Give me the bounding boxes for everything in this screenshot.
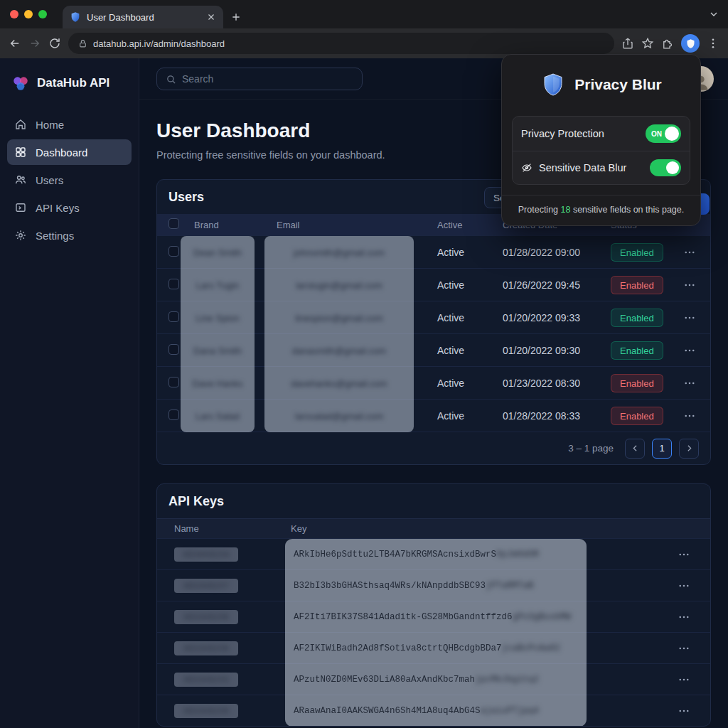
browser-tab[interactable]: User Dashboard — [63, 6, 223, 28]
api-key-row: MDGKB208 AF2IKIWiBadh2Ad8fSotiva8ctrtQHB… — [157, 632, 710, 663]
bookmark-star-icon[interactable] — [641, 37, 654, 50]
row-checkbox[interactable] — [168, 246, 179, 257]
maximize-window-button[interactable] — [38, 10, 47, 18]
row-menu-icon[interactable] — [678, 673, 690, 686]
row-checkbox[interactable] — [168, 279, 179, 289]
blurred-key-name: MDGKB203 — [174, 673, 238, 687]
close-window-button[interactable] — [10, 10, 18, 18]
sidebar-item-home[interactable]: Home — [7, 112, 132, 137]
privacy-protection-toggle[interactable]: ON — [646, 124, 681, 143]
sidebar: DataHub API Home Dashboard Users API Key… — [0, 58, 139, 728]
blurred-name-cell: Dave Hanks — [181, 367, 255, 400]
popup-title: Privacy Blur — [574, 76, 662, 93]
api-keys-icon — [14, 201, 27, 214]
blurred-email-cell: johnsmith@gmail.com — [264, 236, 414, 269]
row-menu-icon[interactable] — [678, 579, 690, 592]
column-header-name: Name — [174, 523, 291, 534]
row-menu-icon[interactable] — [683, 344, 696, 357]
api-keys-table-header: Name Key — [157, 518, 710, 538]
sidebar-item-dashboard[interactable]: Dashboard — [7, 139, 132, 165]
select-all-checkbox[interactable] — [168, 218, 179, 229]
tab-close-icon[interactable] — [206, 12, 216, 22]
popup-footer: Protecting 18 sensitive fields on this p… — [502, 195, 700, 225]
sidebar-item-label: Users — [36, 174, 63, 186]
share-icon[interactable] — [621, 37, 634, 50]
blurred-api-key: AF2IKIWiBadh2Ad8fSotiva8ctrtQHBcdgbBDa7j… — [285, 633, 587, 664]
api-key-row: MDGKB203 APzutN0ZD0MEv63DLiA80aAxAndKbc7… — [157, 663, 710, 695]
url-text: datahub.api.iv/admin/dashboard — [93, 38, 225, 49]
privacy-protection-label: Privacy Protection — [521, 128, 639, 139]
active-cell: Active — [437, 345, 503, 356]
search-input[interactable] — [182, 73, 353, 85]
shield-icon — [540, 72, 566, 97]
new-tab-button[interactable] — [230, 11, 242, 23]
forward-icon[interactable] — [28, 37, 41, 50]
row-menu-icon[interactable] — [683, 279, 696, 291]
table-row: Dean Smith johnsmith@gmail.com Active 01… — [157, 235, 710, 268]
blurred-name-cell: Dana Smith — [181, 334, 255, 367]
popup-settings-panel: Privacy Protection ON Sensitive Data Blu… — [512, 116, 690, 185]
back-icon[interactable] — [9, 37, 21, 50]
privacy-blur-popup: Privacy Blur Privacy Protection ON Sensi… — [501, 54, 701, 226]
tab-search-chevron-icon[interactable] — [708, 9, 719, 20]
privacy-blur-extension-icon[interactable] — [681, 34, 700, 53]
toggle-on-label: ON — [651, 130, 662, 138]
row-checkbox[interactable] — [168, 410, 179, 420]
minimize-window-button[interactable] — [24, 10, 33, 18]
sidebar-item-api-keys[interactable]: API Keys — [7, 195, 132, 220]
sensitive-data-blur-row: Sensitive Data Blur — [513, 151, 690, 184]
address-bar[interactable]: datahub.api.iv/admin/dashboard — [68, 33, 614, 54]
brand-logo-icon — [11, 74, 30, 92]
sensitive-data-blur-toggle[interactable] — [650, 159, 681, 176]
search-field[interactable] — [156, 68, 363, 90]
prev-page-button[interactable] — [625, 439, 645, 459]
blurred-name-cell: Line Spion — [181, 301, 255, 334]
row-checkbox[interactable] — [168, 311, 179, 322]
search-icon — [166, 74, 176, 85]
privacy-protection-row: Privacy Protection ON — [513, 117, 690, 151]
status-badge: Enabled — [611, 341, 663, 360]
row-menu-icon[interactable] — [683, 246, 696, 259]
blurred-key-name: MDGKB207 — [174, 579, 238, 593]
row-menu-icon[interactable] — [678, 611, 690, 623]
lock-icon[interactable] — [78, 39, 87, 48]
status-badge: Enabled — [611, 374, 663, 392]
blurred-name-cell: Dean Smith — [181, 236, 255, 269]
blurred-key-name: MDGKB209 — [174, 704, 238, 718]
row-menu-icon[interactable] — [678, 548, 690, 561]
created-date-cell: 01/20/2022 09:33 — [503, 312, 611, 323]
created-date-cell: 01/26/2022 09:45 — [503, 279, 611, 291]
blurred-api-key: ARkIbHe6pSdttu2LTB4A7bKRGMSAcnsixdBwrS0p… — [285, 539, 587, 570]
sidebar-item-label: Dashboard — [36, 146, 87, 159]
toggle-knob — [666, 161, 679, 174]
row-checkbox[interactable] — [168, 344, 179, 355]
api-key-row: MDGKB207 B32bI3b3bGHASthsaq4WRs/kNAnpddb… — [157, 569, 710, 601]
status-badge: Enabled — [611, 407, 663, 425]
brand-name: DataHub API — [37, 76, 109, 90]
current-page-button[interactable]: 1 — [652, 439, 672, 459]
browser-menu-kebab-icon[interactable] — [707, 37, 719, 50]
row-menu-icon[interactable] — [678, 642, 690, 655]
row-checkbox[interactable] — [168, 377, 179, 387]
reload-icon[interactable] — [48, 37, 61, 50]
eye-off-icon — [521, 162, 532, 173]
pagination: 3 – 1 page 1 — [157, 432, 710, 464]
row-menu-icon[interactable] — [683, 377, 696, 390]
tab-favicon-shield-icon — [70, 11, 81, 23]
extensions-puzzle-icon[interactable] — [661, 37, 674, 50]
blurred-api-key: B32bI3b3bGHASthsaq4WRs/kNAnpddbSBC93jPTa… — [285, 570, 587, 601]
sidebar-item-users[interactable]: Users — [7, 167, 132, 193]
row-menu-icon[interactable] — [683, 410, 696, 422]
brand: DataHub API — [0, 58, 139, 109]
next-page-button[interactable] — [679, 439, 699, 459]
status-badge: Enabled — [611, 276, 663, 294]
row-menu-icon[interactable] — [678, 705, 690, 717]
sidebar-item-settings[interactable]: Settings — [7, 223, 132, 248]
home-icon — [14, 118, 27, 131]
sidebar-item-label: API Keys — [36, 202, 80, 214]
created-date-cell: 01/28/2022 09:00 — [503, 247, 611, 258]
active-cell: Active — [437, 378, 503, 389]
api-key-row: MDWKB204 ARkIbHe6pSdttu2LTB4A7bKRGMSAcns… — [157, 538, 710, 569]
row-menu-icon[interactable] — [683, 311, 696, 324]
blurred-email-cell: larstugin@gmail.com — [264, 269, 414, 301]
